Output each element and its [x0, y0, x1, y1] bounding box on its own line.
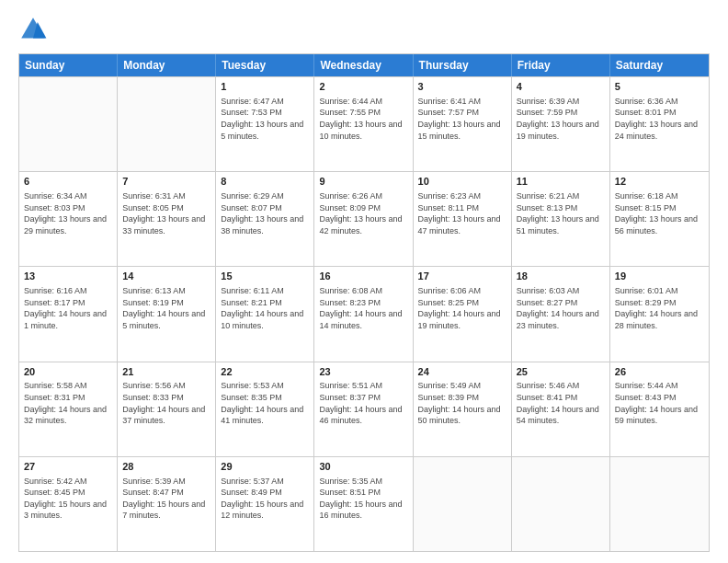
calendar-cell: 14Sunrise: 6:13 AM Sunset: 8:19 PM Dayli… — [118, 267, 216, 361]
calendar-body: 1Sunrise: 6:47 AM Sunset: 7:53 PM Daylig… — [19, 76, 709, 551]
calendar-row-4: 20Sunrise: 5:58 AM Sunset: 8:31 PM Dayli… — [19, 362, 709, 456]
calendar-cell — [19, 77, 118, 171]
page: SundayMondayTuesdayWednesdayThursdayFrid… — [0, 0, 728, 563]
cell-info: Sunrise: 6:18 AM Sunset: 8:15 PM Dayligh… — [615, 190, 704, 236]
logo-icon — [18, 15, 48, 44]
calendar-header: SundayMondayTuesdayWednesdayThursdayFrid… — [19, 54, 709, 76]
calendar-cell: 18Sunrise: 6:03 AM Sunset: 8:27 PM Dayli… — [512, 267, 610, 361]
calendar-cell: 4Sunrise: 6:39 AM Sunset: 7:59 PM Daylig… — [512, 77, 610, 171]
cell-date: 9 — [319, 175, 407, 189]
calendar-cell — [512, 457, 610, 551]
calendar-cell: 21Sunrise: 5:56 AM Sunset: 8:33 PM Dayli… — [118, 362, 216, 456]
cell-info: Sunrise: 6:44 AM Sunset: 7:55 PM Dayligh… — [319, 96, 407, 142]
calendar-cell: 28Sunrise: 5:39 AM Sunset: 8:47 PM Dayli… — [118, 457, 216, 551]
calendar-cell: 3Sunrise: 6:41 AM Sunset: 7:57 PM Daylig… — [414, 77, 512, 171]
cell-date: 7 — [122, 175, 210, 189]
cell-info: Sunrise: 6:47 AM Sunset: 7:53 PM Dayligh… — [221, 96, 309, 142]
cell-date: 6 — [24, 175, 112, 189]
cell-date: 23 — [319, 365, 407, 379]
cell-date: 22 — [221, 365, 309, 379]
calendar-cell — [118, 77, 216, 171]
calendar-cell: 22Sunrise: 5:53 AM Sunset: 8:35 PM Dayli… — [216, 362, 314, 456]
cell-info: Sunrise: 5:42 AM Sunset: 8:45 PM Dayligh… — [24, 476, 112, 522]
header-day-tuesday: Tuesday — [216, 54, 314, 76]
cell-info: Sunrise: 5:51 AM Sunset: 8:37 PM Dayligh… — [319, 380, 407, 426]
cell-date: 5 — [615, 80, 704, 94]
cell-date: 30 — [319, 460, 407, 474]
header-day-saturday: Saturday — [610, 54, 709, 76]
cell-info: Sunrise: 6:16 AM Sunset: 8:17 PM Dayligh… — [24, 285, 112, 331]
cell-date: 4 — [517, 80, 605, 94]
calendar-row-3: 13Sunrise: 6:16 AM Sunset: 8:17 PM Dayli… — [19, 266, 709, 361]
cell-date: 21 — [122, 365, 210, 379]
cell-date: 16 — [319, 270, 407, 283]
cell-info: Sunrise: 6:11 AM Sunset: 8:21 PM Dayligh… — [221, 285, 309, 331]
cell-date: 14 — [122, 270, 210, 283]
cell-date: 18 — [517, 270, 605, 283]
calendar-cell: 15Sunrise: 6:11 AM Sunset: 8:21 PM Dayli… — [216, 267, 314, 361]
calendar-cell: 24Sunrise: 5:49 AM Sunset: 8:39 PM Dayli… — [414, 362, 512, 456]
cell-date: 28 — [122, 460, 210, 474]
calendar-cell: 16Sunrise: 6:08 AM Sunset: 8:23 PM Dayli… — [314, 267, 413, 361]
cell-info: Sunrise: 6:01 AM Sunset: 8:29 PM Dayligh… — [615, 285, 704, 331]
cell-date: 2 — [319, 80, 407, 94]
cell-info: Sunrise: 6:08 AM Sunset: 8:23 PM Dayligh… — [319, 285, 407, 331]
calendar-cell: 20Sunrise: 5:58 AM Sunset: 8:31 PM Dayli… — [19, 362, 118, 456]
cell-info: Sunrise: 6:36 AM Sunset: 8:01 PM Dayligh… — [615, 96, 704, 142]
calendar-cell: 5Sunrise: 6:36 AM Sunset: 8:01 PM Daylig… — [610, 77, 709, 171]
calendar-cell: 2Sunrise: 6:44 AM Sunset: 7:55 PM Daylig… — [314, 77, 413, 171]
cell-date: 15 — [221, 270, 309, 283]
cell-info: Sunrise: 6:03 AM Sunset: 8:27 PM Dayligh… — [517, 285, 605, 331]
cell-info: Sunrise: 5:49 AM Sunset: 8:39 PM Dayligh… — [418, 380, 506, 426]
calendar-cell: 25Sunrise: 5:46 AM Sunset: 8:41 PM Dayli… — [512, 362, 610, 456]
cell-date: 1 — [221, 80, 309, 94]
calendar-cell: 27Sunrise: 5:42 AM Sunset: 8:45 PM Dayli… — [19, 457, 118, 551]
cell-info: Sunrise: 6:29 AM Sunset: 8:07 PM Dayligh… — [221, 190, 309, 236]
cell-info: Sunrise: 6:26 AM Sunset: 8:09 PM Dayligh… — [319, 190, 407, 236]
cell-info: Sunrise: 5:39 AM Sunset: 8:47 PM Dayligh… — [122, 476, 210, 522]
cell-date: 25 — [517, 365, 605, 379]
header-day-monday: Monday — [118, 54, 216, 76]
cell-date: 17 — [418, 270, 506, 283]
calendar-cell: 17Sunrise: 6:06 AM Sunset: 8:25 PM Dayli… — [414, 267, 512, 361]
cell-date: 20 — [24, 365, 112, 379]
calendar-cell: 11Sunrise: 6:21 AM Sunset: 8:13 PM Dayli… — [512, 172, 610, 266]
cell-date: 12 — [615, 175, 704, 189]
calendar-cell — [414, 457, 512, 551]
cell-info: Sunrise: 6:21 AM Sunset: 8:13 PM Dayligh… — [517, 190, 605, 236]
cell-info: Sunrise: 6:06 AM Sunset: 8:25 PM Dayligh… — [418, 285, 506, 331]
cell-info: Sunrise: 6:41 AM Sunset: 7:57 PM Dayligh… — [418, 96, 506, 142]
cell-date: 11 — [517, 175, 605, 189]
calendar-cell: 1Sunrise: 6:47 AM Sunset: 7:53 PM Daylig… — [216, 77, 314, 171]
header — [18, 15, 710, 44]
header-day-wednesday: Wednesday — [314, 54, 413, 76]
cell-info: Sunrise: 5:35 AM Sunset: 8:51 PM Dayligh… — [319, 476, 407, 522]
cell-date: 3 — [418, 80, 506, 94]
cell-info: Sunrise: 5:53 AM Sunset: 8:35 PM Dayligh… — [221, 380, 309, 426]
calendar-cell: 29Sunrise: 5:37 AM Sunset: 8:49 PM Dayli… — [216, 457, 314, 551]
header-day-friday: Friday — [512, 54, 610, 76]
calendar-cell: 12Sunrise: 6:18 AM Sunset: 8:15 PM Dayli… — [610, 172, 709, 266]
cell-date: 8 — [221, 175, 309, 189]
cell-info: Sunrise: 5:44 AM Sunset: 8:43 PM Dayligh… — [615, 380, 704, 426]
cell-date: 24 — [418, 365, 506, 379]
cell-info: Sunrise: 6:13 AM Sunset: 8:19 PM Dayligh… — [122, 285, 210, 331]
cell-info: Sunrise: 5:37 AM Sunset: 8:49 PM Dayligh… — [221, 476, 309, 522]
calendar-cell: 26Sunrise: 5:44 AM Sunset: 8:43 PM Dayli… — [610, 362, 709, 456]
cell-info: Sunrise: 6:31 AM Sunset: 8:05 PM Dayligh… — [122, 190, 210, 236]
calendar-cell: 8Sunrise: 6:29 AM Sunset: 8:07 PM Daylig… — [216, 172, 314, 266]
calendar-row-2: 6Sunrise: 6:34 AM Sunset: 8:03 PM Daylig… — [19, 171, 709, 266]
calendar-cell: 30Sunrise: 5:35 AM Sunset: 8:51 PM Dayli… — [314, 457, 413, 551]
calendar-cell: 6Sunrise: 6:34 AM Sunset: 8:03 PM Daylig… — [19, 172, 118, 266]
calendar-cell: 7Sunrise: 6:31 AM Sunset: 8:05 PM Daylig… — [118, 172, 216, 266]
cell-info: Sunrise: 5:58 AM Sunset: 8:31 PM Dayligh… — [24, 380, 112, 426]
cell-info: Sunrise: 6:39 AM Sunset: 7:59 PM Dayligh… — [517, 96, 605, 142]
calendar-cell: 9Sunrise: 6:26 AM Sunset: 8:09 PM Daylig… — [314, 172, 413, 266]
cell-date: 26 — [615, 365, 704, 379]
calendar-cell: 19Sunrise: 6:01 AM Sunset: 8:29 PM Dayli… — [610, 267, 709, 361]
calendar-row-1: 1Sunrise: 6:47 AM Sunset: 7:53 PM Daylig… — [19, 76, 709, 171]
cell-date: 29 — [221, 460, 309, 474]
calendar-cell: 23Sunrise: 5:51 AM Sunset: 8:37 PM Dayli… — [314, 362, 413, 456]
calendar: SundayMondayTuesdayWednesdayThursdayFrid… — [18, 53, 710, 552]
calendar-cell — [610, 457, 709, 551]
